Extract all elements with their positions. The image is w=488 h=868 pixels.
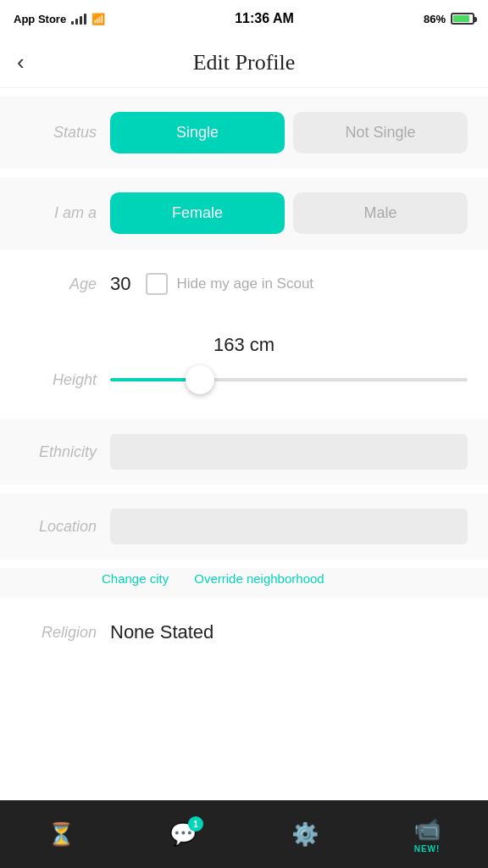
nav-item-video[interactable]: 📹 NEW! [400, 810, 454, 860]
ethnicity-input[interactable] [110, 434, 468, 470]
nav-new-label: NEW! [414, 844, 441, 854]
age-label: Age [20, 275, 97, 293]
status-not-single-button[interactable]: Not Single [293, 112, 468, 153]
back-button[interactable]: ‹ [17, 49, 25, 75]
ethnicity-row: Ethnicity [0, 419, 488, 485]
location-row: Location [0, 493, 488, 559]
height-value: 163 cm [20, 334, 468, 356]
age-value: 30 [110, 273, 130, 295]
hide-age-area: Hide my age in Scout [146, 273, 313, 295]
nav-item-messages[interactable]: 1 💬 [156, 815, 210, 854]
hide-age-checkbox[interactable] [146, 273, 168, 295]
status-row: Status Single Not Single [0, 97, 488, 169]
battery-percent: 86% [424, 13, 446, 25]
location-links: Change city Override neighborhood [0, 568, 488, 598]
gender-male-button[interactable]: Male [293, 192, 468, 234]
bottom-nav: ⏳ 1 💬 ⚙️ 📹 NEW! [0, 800, 488, 868]
messages-badge: 1 [188, 816, 203, 832]
carrier-label: App Store [14, 13, 66, 25]
nav-item-hourglass[interactable]: ⏳ [34, 815, 88, 854]
battery-fill [453, 15, 469, 22]
nav-item-settings[interactable]: ⚙️ [278, 815, 332, 854]
hide-age-label: Hide my age in Scout [176, 275, 313, 292]
status-bar-right: 86% [424, 13, 474, 25]
wifi-icon: 📶 [92, 13, 105, 25]
video-icon: 📹 [413, 816, 441, 843]
status-bar: App Store 📶 11:36 AM 86% [0, 0, 488, 37]
override-neighborhood-link[interactable]: Override neighborhood [194, 571, 324, 586]
gender-row: I am a Female Male [0, 177, 488, 249]
gender-female-button[interactable]: Female [110, 192, 285, 234]
religion-value: None Stated [110, 621, 214, 643]
ethnicity-label: Ethnicity [20, 443, 97, 461]
gender-label: I am a [20, 204, 97, 222]
gender-options: Female Male [110, 192, 468, 234]
page-title: Edit Profile [193, 50, 296, 75]
page-header: ‹ Edit Profile [0, 37, 488, 88]
hourglass-icon: ⏳ [47, 821, 75, 848]
age-row: Age 30 Hide my age in Scout [0, 258, 488, 310]
height-slider-container [110, 364, 468, 395]
status-label: Status [20, 124, 97, 142]
signal-bars [71, 13, 86, 25]
height-inner: Height [20, 364, 468, 395]
height-row: 163 cm Height [0, 319, 488, 410]
content-area: Status Single Not Single I am a Female M… [0, 88, 488, 800]
status-bar-left: App Store 📶 [14, 13, 105, 25]
height-label: Height [20, 371, 97, 389]
height-slider-track [110, 378, 468, 381]
location-input[interactable] [110, 509, 468, 544]
religion-label: Religion [20, 624, 97, 642]
status-single-button[interactable]: Single [110, 112, 285, 153]
change-city-link[interactable]: Change city [102, 571, 169, 586]
status-bar-time: 11:36 AM [235, 11, 294, 26]
status-options: Single Not Single [110, 112, 468, 153]
religion-row: Religion None Stated [0, 606, 488, 659]
location-label: Location [20, 518, 97, 536]
gear-icon: ⚙️ [291, 821, 319, 848]
height-slider-thumb[interactable] [186, 365, 214, 394]
battery-icon [451, 13, 474, 25]
